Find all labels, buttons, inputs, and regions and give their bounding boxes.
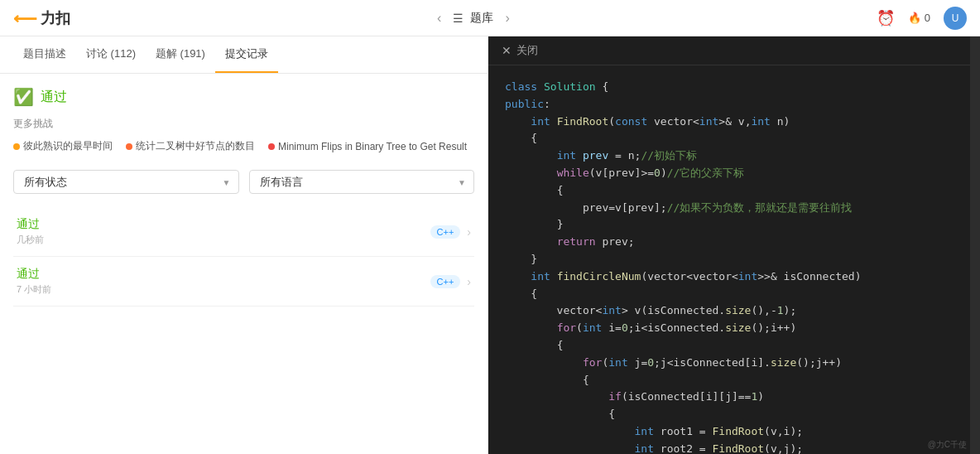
- submission-info-0: 通过 几秒前: [17, 217, 430, 246]
- header-right: ⏰ 🔥 0 U: [877, 7, 967, 30]
- code-line-7: {: [505, 182, 963, 200]
- submission-arrow-1: ›: [467, 275, 471, 288]
- code-panel: ✕ 关闭 class Solution { public: int FindRo…: [488, 36, 980, 454]
- code-line-16: for(int i=0;i<isConnected.size();i++): [505, 320, 963, 337]
- close-icon: ✕: [502, 44, 512, 57]
- section-title: 题库: [470, 11, 493, 26]
- language-filter-wrapper: 所有语言 C++ Java Python ▼: [249, 170, 475, 194]
- code-line-15: vector<int> v(isConnected.size(),-1);: [505, 302, 963, 320]
- attribution: @力C千使: [928, 439, 967, 451]
- challenge-item-2[interactable]: Minimum Flips in Binary Tree to Get Resu…: [268, 141, 467, 152]
- nav-next-button[interactable]: ›: [500, 7, 514, 29]
- code-line-23: int root2 = FindRoot(v,j);: [505, 441, 963, 454]
- code-line-1: class Solution {: [505, 79, 963, 96]
- code-line-2: public:: [505, 96, 963, 114]
- code-line-10: return prev;: [505, 234, 963, 251]
- code-line-3: int FindRoot(const vector<int>& v,int n): [505, 114, 963, 131]
- fire-icon: 🔥: [908, 12, 921, 24]
- left-panel: 题目描述 讨论 (112) 题解 (191) 提交记录 ✅ 通过 更多挑战 彼此…: [0, 36, 488, 454]
- avatar[interactable]: U: [944, 7, 967, 30]
- challenges-list: 彼此熟识的最早时间 统计二叉树中好节点的数目 Minimum Flips in …: [13, 139, 474, 153]
- code-area: class Solution { public: int FindRoot(co…: [488, 65, 980, 454]
- code-line-9: }: [505, 216, 963, 234]
- challenge-label-2: Minimum Flips in Binary Tree to Get Resu…: [278, 141, 467, 152]
- code-header: ✕ 关闭: [488, 36, 980, 65]
- code-line-18: for(int j=0;j<isConnected[i].size();j++): [505, 355, 963, 372]
- code-line-21: {: [505, 406, 963, 423]
- code-line-22: int root1 = FindRoot(v,i);: [505, 423, 963, 441]
- status-header: ✅ 通过: [13, 87, 474, 107]
- challenge-dot-2: [268, 143, 275, 150]
- submission-lang-1: C++: [430, 275, 461, 288]
- challenge-label-0: 彼此熟识的最早时间: [23, 139, 113, 153]
- submission-lang-0: C++: [430, 225, 461, 239]
- tab-solutions[interactable]: 题解 (191): [146, 36, 215, 73]
- main-container: 题目描述 讨论 (112) 题解 (191) 提交记录 ✅ 通过 更多挑战 彼此…: [0, 36, 980, 454]
- challenge-item-0[interactable]: 彼此熟识的最早时间: [13, 139, 113, 153]
- submission-status-0: 通过: [17, 217, 430, 232]
- code-line-14: {: [505, 286, 963, 303]
- avatar-fallback: U: [952, 12, 959, 24]
- code-line-11: }: [505, 251, 963, 268]
- status-filter-wrapper: 所有状态 通过 未通过 ▼: [13, 170, 239, 194]
- fire-number: 0: [925, 12, 930, 24]
- logo-text: 力扣: [41, 8, 70, 28]
- code-line-6: while(v[prev]>=0)//它的父亲下标: [505, 165, 963, 182]
- fire-count: 🔥 0: [908, 12, 930, 24]
- close-button[interactable]: ✕ 关闭: [502, 43, 538, 58]
- submission-arrow-0: ›: [467, 225, 471, 239]
- code-line-5: int prev = n;//初始下标: [505, 147, 963, 165]
- submission-time-1: 7 小时前: [17, 283, 430, 296]
- scrollbar-track[interactable]: [970, 36, 980, 454]
- language-filter[interactable]: 所有语言 C++ Java Python: [249, 170, 475, 194]
- nav-prev-button[interactable]: ‹: [432, 7, 446, 29]
- status-check-icon: ✅: [13, 87, 34, 107]
- logo-icon: ⟵: [13, 8, 37, 28]
- status-filter[interactable]: 所有状态 通过 未通过: [13, 170, 239, 194]
- tab-description[interactable]: 题目描述: [13, 36, 76, 73]
- submission-row-1[interactable]: 通过 7 小时前 C++ ›: [13, 257, 474, 307]
- submission-row-0[interactable]: 通过 几秒前 C++ ›: [13, 207, 474, 257]
- code-line-8: prev=v[prev];//如果不为负数，那就还是需要往前找: [505, 200, 963, 217]
- submission-time-0: 几秒前: [17, 234, 430, 246]
- tab-discuss[interactable]: 讨论 (112): [76, 36, 146, 73]
- challenge-item-1[interactable]: 统计二叉树中好节点的数目: [126, 139, 255, 153]
- challenge-dot-1: [126, 143, 132, 150]
- code-line-4: {: [505, 130, 963, 147]
- header-left: ⟵ 力扣: [13, 8, 70, 28]
- status-text: 通过: [41, 89, 67, 106]
- code-line-20: if(isConnected[i][j]==1): [505, 389, 963, 406]
- tab-bar: 题目描述 讨论 (112) 题解 (191) 提交记录: [0, 36, 488, 74]
- code-line-19: {: [505, 372, 963, 389]
- submission-status-1: 通过: [17, 267, 430, 282]
- submission-content: ✅ 通过 更多挑战 彼此熟识的最早时间 统计二叉树中好节点的数目 Minimum…: [0, 74, 488, 454]
- alarm-icon[interactable]: ⏰: [877, 9, 895, 27]
- tab-submissions[interactable]: 提交记录: [215, 36, 278, 73]
- submission-info-1: 通过 7 小时前: [17, 267, 430, 296]
- logo[interactable]: ⟵ 力扣: [13, 8, 70, 28]
- hamburger-icon: ☰: [453, 12, 464, 25]
- header-center: ‹ ☰ 题库 ›: [432, 7, 515, 29]
- code-line-17: {: [505, 337, 963, 355]
- code-line-13: int findCircleNum(vector<vector<int>>& i…: [505, 268, 963, 286]
- app-header: ⟵ 力扣 ‹ ☰ 题库 › ⏰ 🔥 0 U: [0, 0, 980, 36]
- filter-row: 所有状态 通过 未通过 ▼ 所有语言 C++ Java Python ▼: [13, 170, 474, 194]
- more-challenges-label: 更多挑战: [13, 117, 474, 131]
- challenge-label-1: 统计二叉树中好节点的数目: [136, 139, 255, 153]
- close-label: 关闭: [516, 43, 538, 58]
- challenge-dot-0: [13, 143, 20, 150]
